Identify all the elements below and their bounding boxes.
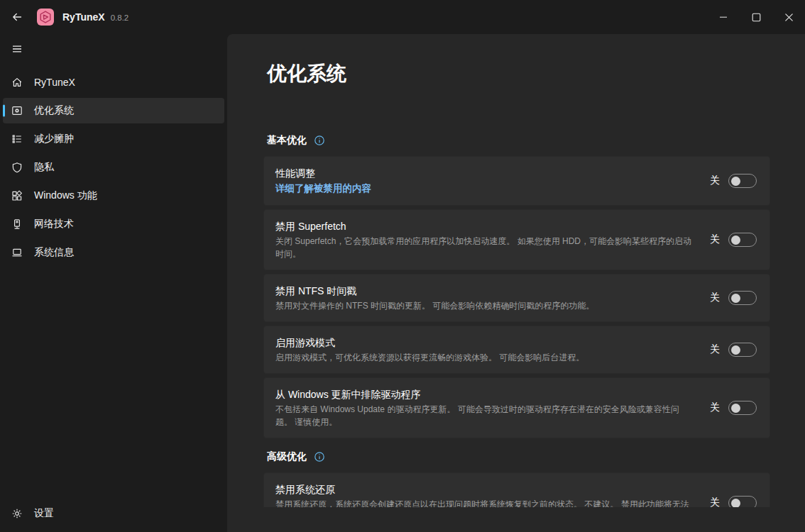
app-logo-icon [37,9,54,26]
card-title: 性能调整 [275,166,693,180]
laptop-icon [11,247,23,258]
sidebar-item-label: Windows 功能 [34,189,97,202]
sidebar-nav: RyTuneX优化系统减少臃肿隐私Windows 功能网络技术系统信息 [0,68,227,267]
section-header: 高级优化 [267,450,770,464]
card-text: 禁用 Superfetch关闭 Superfetch，它会预加载常用的应用程序以… [275,219,693,260]
sections-root: 基本优化性能调整详细了解被禁用的内容关禁用 Superfetch关闭 Super… [263,133,770,507]
hamburger-icon [11,43,23,55]
section-header: 基本优化 [267,133,770,148]
info-icon[interactable] [314,135,325,146]
minimize-icon [719,13,728,21]
content-scroll-area[interactable]: 优化系统 基本优化性能调整详细了解被禁用的内容关禁用 Superfetch关闭 … [227,34,805,507]
card-title: 禁用 NTFS 时间戳 [275,284,693,298]
toggle-state-label: 关 [710,292,720,304]
toggle-switch[interactable] [728,174,757,188]
page-title: 优化系统 [267,61,770,87]
sidebar-item-label: RyTuneX [34,77,75,88]
titlebar: RyTuneX 0.8.2 [0,0,805,34]
settings-card-disable-superfetch: 禁用 Superfetch关闭 Superfetch，它会预加载常用的应用程序以… [263,209,770,270]
optimize-icon [11,105,23,116]
card-description: 禁用对文件操作的 NTFS 时间戳的更新。 可能会影响依赖精确时间戳的程序的功能… [275,299,693,312]
settings-card-list: 性能调整详细了解被禁用的内容关禁用 Superfetch关闭 Superfetc… [263,156,770,438]
toggle-state-label: 关 [710,233,720,246]
toggle-switch[interactable] [728,233,757,247]
toggle-state-label: 关 [710,174,720,187]
card-description: 禁用系统还原，系统还原会创建还原点以在出现问题时将系统恢复到之前的状态。 不建议… [275,498,693,507]
sidebar-item-optimize-system[interactable]: 优化系统 [3,98,224,123]
toggle-knob [731,177,740,186]
shield-icon [11,162,23,173]
sidebar-item-system-info[interactable]: 系统信息 [3,240,224,265]
network-icon [11,218,23,230]
selection-indicator [3,105,5,117]
settings-card-enable-game-mode: 启用游戏模式启用游戏模式，可优化系统资源以获得更流畅的游戏体验。 可能会影响后台… [263,326,770,374]
card-text: 禁用系统还原禁用系统还原，系统还原会创建还原点以在出现问题时将系统恢复到之前的状… [275,482,693,507]
card-description: 关闭 Superfetch，它会预加载常用的应用程序以加快启动速度。 如果您使用… [275,235,693,260]
learn-more-link[interactable]: 详细了解被禁用的内容 [275,182,693,196]
sidebar-item-windows-features[interactable]: Windows 功能 [3,183,224,209]
toggle-knob [731,294,740,303]
app-title-group: RyTuneX 0.8.2 [62,11,128,23]
toggle-state-label: 关 [710,497,720,507]
toggle-knob [731,499,740,508]
toggle-state-label: 关 [710,343,720,356]
sidebar-item-debloat[interactable]: 减少臃肿 [3,126,224,152]
back-button[interactable] [4,6,30,28]
sidebar-footer: 设置 [0,499,227,528]
card-title: 从 Windows 更新中排除驱动程序 [275,387,693,401]
settings-card-disable-ntfs-timestamp: 禁用 NTFS 时间戳禁用对文件操作的 NTFS 时间戳的更新。 可能会影响依赖… [263,274,770,322]
list-icon [11,133,23,145]
maximize-button[interactable] [740,0,772,34]
section-title: 高级优化 [267,450,307,463]
sidebar: RyTuneX优化系统减少臃肿隐私Windows 功能网络技术系统信息 设置 [0,34,227,532]
sidebar-item-privacy[interactable]: 隐私 [3,155,224,180]
toggle-switch[interactable] [728,401,757,415]
card-description: 启用游戏模式，可优化系统资源以获得更流畅的游戏体验。 可能会影响后台进程。 [275,351,693,364]
close-icon [784,13,794,22]
toggle-state-label: 关 [710,401,720,414]
sidebar-item-network-tech[interactable]: 网络技术 [3,211,224,237]
minimize-button[interactable] [707,0,740,34]
settings-card-disable-system-restore: 禁用系统还原禁用系统还原，系统还原会创建还原点以在出现问题时将系统恢复到之前的状… [263,472,770,507]
toggle-knob [731,404,740,413]
toggle-switch[interactable] [728,291,757,305]
grid-icon [11,190,23,201]
sidebar-item-home[interactable]: RyTuneX [3,70,224,95]
gear-icon [11,508,23,519]
card-title: 禁用 Superfetch [275,219,693,233]
card-title: 启用游戏模式 [275,336,693,350]
close-button[interactable] [772,0,805,34]
toggle-switch[interactable] [728,496,757,507]
maximize-icon [752,13,761,22]
sidebar-item-label: 设置 [34,507,54,520]
sidebar-item-label: 减少臃肿 [34,133,74,145]
card-title: 禁用系统还原 [275,482,693,497]
card-description: 不包括来自 Windows Update 的驱动程序更新。 可能会导致过时的驱动… [275,403,693,428]
home-icon [11,77,23,88]
app-title: RyTuneX [62,11,105,23]
settings-card-performance-tuning: 性能调整详细了解被禁用的内容关 [263,156,770,206]
settings-card-exclude-drivers-windows-update: 从 Windows 更新中排除驱动程序不包括来自 Windows Update … [263,377,770,438]
sidebar-item-settings[interactable]: 设置 [3,501,224,526]
card-text: 性能调整详细了解被禁用的内容 [275,166,693,196]
sidebar-item-label: 优化系统 [34,104,74,117]
section-title: 基本优化 [267,134,307,147]
card-text: 启用游戏模式启用游戏模式，可优化系统资源以获得更流畅的游戏体验。 可能会影响后台… [275,336,693,364]
card-text: 从 Windows 更新中排除驱动程序不包括来自 Windows Update … [275,387,693,428]
back-arrow-icon [11,11,23,23]
info-icon[interactable] [314,451,325,462]
toggle-switch[interactable] [728,343,757,357]
sidebar-item-label: 系统信息 [34,246,74,259]
toggle-knob [731,345,740,355]
toggle-knob [731,235,740,245]
main-panel: 优化系统 基本优化性能调整详细了解被禁用的内容关禁用 Superfetch关闭 … [227,34,805,532]
nav-menu-toggle-button[interactable] [3,37,31,61]
settings-card-list: 禁用系统还原禁用系统还原，系统还原会创建还原点以在出现问题时将系统恢复到之前的状… [263,472,770,507]
sidebar-item-label: 网络技术 [34,218,74,231]
sidebar-item-label: 隐私 [34,161,54,174]
app-version: 0.8.2 [111,13,129,22]
window-controls [707,0,805,34]
card-text: 禁用 NTFS 时间戳禁用对文件操作的 NTFS 时间戳的更新。 可能会影响依赖… [275,284,693,312]
